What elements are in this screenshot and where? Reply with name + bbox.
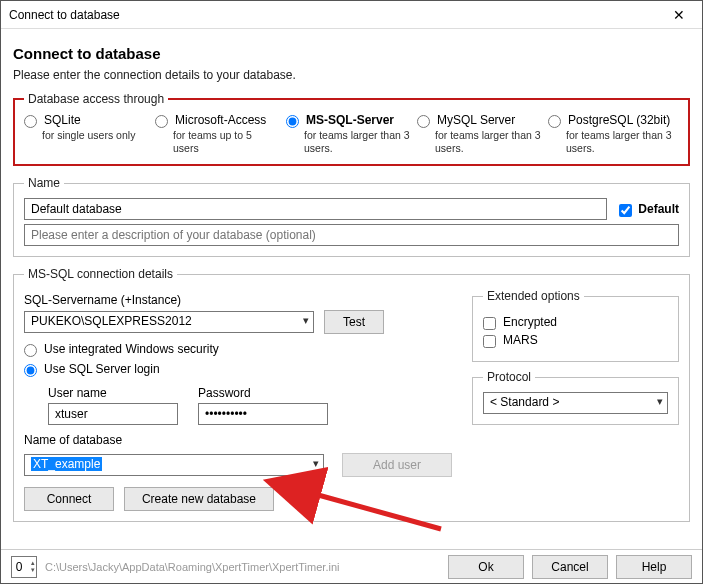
- radio-mssql-label[interactable]: MS-SQL-Server: [306, 113, 394, 127]
- connect-button[interactable]: Connect: [24, 487, 114, 511]
- protocol-legend: Protocol: [483, 370, 535, 384]
- protocol-combo[interactable]: < Standard >: [483, 392, 668, 414]
- dbname-value: XT_example: [31, 457, 102, 471]
- dbname-label: Name of database: [24, 433, 452, 447]
- encrypted-label: Encrypted: [503, 315, 557, 329]
- default-label: Default: [638, 202, 679, 216]
- radio-sqlite[interactable]: [24, 115, 37, 128]
- radio-access[interactable]: [155, 115, 168, 128]
- dbaccess-group: Database access through SQLite for singl…: [13, 92, 690, 166]
- footer-bar: 0 C:\Users\Jacky\AppData\Roaming\XpertTi…: [1, 549, 702, 583]
- page-heading: Connect to database: [13, 45, 690, 62]
- desc-mssql: for teams larger than 3 users.: [304, 129, 411, 155]
- config-path: C:\Users\Jacky\AppData\Roaming\XpertTime…: [45, 561, 440, 573]
- extended-legend: Extended options: [483, 289, 584, 303]
- server-value: PUKEKO\SQLEXPRESS2012: [31, 314, 192, 328]
- radio-postgres-label[interactable]: PostgreSQL (32bit): [568, 113, 670, 127]
- mars-label: MARS: [503, 333, 538, 347]
- dbaccess-legend: Database access through: [24, 92, 168, 106]
- adduser-button[interactable]: Add user: [342, 453, 452, 477]
- title-bar: Connect to database ✕: [1, 1, 702, 29]
- radio-sqllogin-label[interactable]: Use SQL Server login: [44, 362, 160, 376]
- protocol-group: Protocol < Standard >: [472, 370, 679, 425]
- name-group: Name Default: [13, 176, 690, 257]
- test-button[interactable]: Test: [324, 310, 384, 334]
- username-input[interactable]: [48, 403, 178, 425]
- username-label: User name: [48, 386, 178, 400]
- radio-sqlite-label[interactable]: SQLite: [44, 113, 81, 127]
- radio-mssql[interactable]: [286, 115, 299, 128]
- radio-integrated[interactable]: [24, 344, 37, 357]
- mars-checkbox[interactable]: [483, 335, 496, 348]
- createdb-button[interactable]: Create new database: [124, 487, 274, 511]
- desc-access: for teams up to 5 users: [173, 129, 280, 155]
- window-title: Connect to database: [9, 8, 120, 22]
- mssql-legend: MS-SQL connection details: [24, 267, 177, 281]
- desc-sqlite: for single users only: [42, 129, 149, 142]
- server-label: SQL-Servername (+Instance): [24, 293, 452, 307]
- name-input[interactable]: [24, 198, 607, 220]
- index-value: 0: [16, 560, 23, 574]
- encrypted-checkbox[interactable]: [483, 317, 496, 330]
- radio-mysql-label[interactable]: MySQL Server: [437, 113, 515, 127]
- index-spinner[interactable]: 0: [11, 556, 37, 578]
- desc-postgres: for teams larger than 3 users.: [566, 129, 673, 155]
- page-subtitle: Please enter the connection details to y…: [13, 68, 690, 82]
- password-label: Password: [198, 386, 328, 400]
- dbname-combo[interactable]: XT_example: [24, 454, 324, 476]
- help-button[interactable]: Help: [616, 555, 692, 579]
- mssql-group: MS-SQL connection details SQL-Servername…: [13, 267, 690, 522]
- cancel-button[interactable]: Cancel: [532, 555, 608, 579]
- password-input[interactable]: [198, 403, 328, 425]
- ok-button[interactable]: Ok: [448, 555, 524, 579]
- default-checkbox[interactable]: [619, 204, 632, 217]
- radio-postgres[interactable]: [548, 115, 561, 128]
- desc-mysql: for teams larger than 3 users.: [435, 129, 542, 155]
- close-icon[interactable]: ✕: [664, 7, 694, 23]
- extended-group: Extended options Encrypted MARS: [472, 289, 679, 362]
- description-input[interactable]: [24, 224, 679, 246]
- radio-sqllogin[interactable]: [24, 364, 37, 377]
- server-combo[interactable]: PUKEKO\SQLEXPRESS2012: [24, 311, 314, 333]
- name-legend: Name: [24, 176, 64, 190]
- radio-access-label[interactable]: Microsoft-Access: [175, 113, 266, 127]
- radio-mysql[interactable]: [417, 115, 430, 128]
- protocol-value: < Standard >: [490, 395, 559, 409]
- radio-integrated-label[interactable]: Use integrated Windows security: [44, 342, 219, 356]
